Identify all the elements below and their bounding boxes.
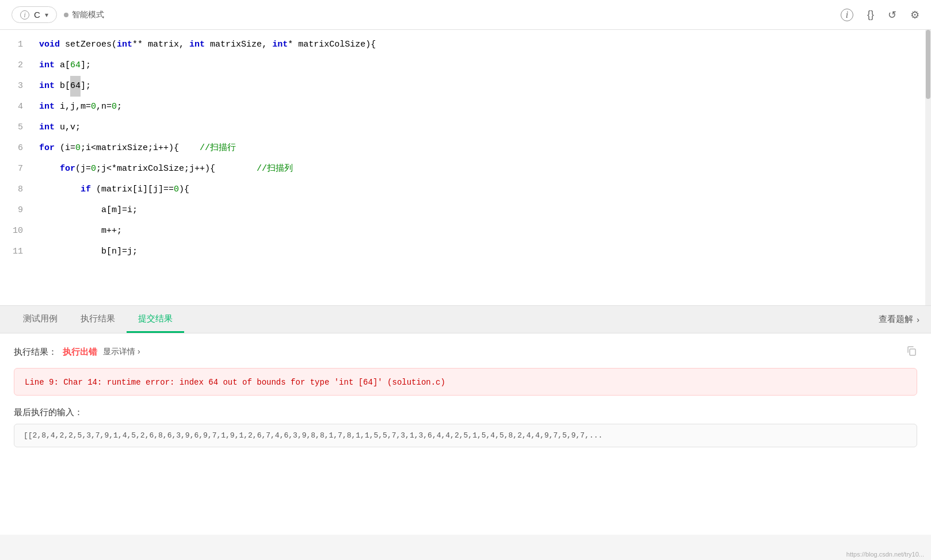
line-number: 6 bbox=[9, 138, 23, 159]
result-status: 执行出错 bbox=[63, 347, 97, 358]
line-number: 11 bbox=[9, 241, 23, 262]
code-line: int u,v; bbox=[39, 117, 922, 138]
line-number: 7 bbox=[9, 159, 23, 179]
braces-icon[interactable]: {} bbox=[867, 9, 874, 21]
tab-测试用例[interactable]: 测试用例 bbox=[12, 306, 69, 333]
last-input-box: [[2,8,4,2,2,5,3,7,9,1,4,5,2,6,8,6,3,9,6,… bbox=[14, 424, 917, 447]
code-line: for(j=0;j<*matrixColSize;j++){ //扫描列 bbox=[39, 159, 922, 179]
error-text: Line 9: Char 14: runtime error: index 64… bbox=[25, 378, 445, 387]
show-detail-button[interactable]: 显示详情 › bbox=[103, 347, 140, 357]
smart-mode-dot bbox=[64, 13, 68, 17]
code-container: 1234567891011 void setZeroes(int** matri… bbox=[0, 30, 931, 305]
chevron-down-icon: ▾ bbox=[45, 11, 48, 19]
code-line: if (matrix[i][j]==0){ bbox=[39, 179, 922, 200]
tab-提交结果[interactable]: 提交结果 bbox=[127, 306, 184, 333]
code-line: int i,j,m=0,n=0; bbox=[39, 97, 922, 117]
smart-mode-label: 智能模式 bbox=[72, 10, 104, 20]
result-header: 执行结果： 执行出错 显示详情 › bbox=[14, 345, 917, 359]
line-number: 9 bbox=[9, 200, 23, 221]
svg-rect-0 bbox=[910, 349, 915, 355]
line-number: 2 bbox=[9, 55, 23, 76]
last-input-label: 最后执行的输入： bbox=[14, 407, 917, 418]
refresh-icon[interactable]: ↺ bbox=[888, 9, 896, 21]
tab-执行结果[interactable]: 执行结果 bbox=[69, 306, 127, 333]
tabs-bar: 测试用例执行结果提交结果 查看题解 › bbox=[0, 306, 931, 333]
code-line: a[m]=i; bbox=[39, 200, 922, 221]
line-number: 8 bbox=[9, 179, 23, 200]
code-line: for (i=0;i<matrixSize;i++){ //扫描行 bbox=[39, 138, 922, 159]
result-header-label: 执行结果： bbox=[14, 347, 57, 358]
info-icon: i bbox=[20, 10, 29, 20]
line-numbers: 1234567891011 bbox=[0, 34, 30, 301]
line-number: 3 bbox=[9, 76, 23, 97]
tabs-left: 测试用例执行结果提交结果 bbox=[12, 306, 184, 333]
line-number: 5 bbox=[9, 117, 23, 138]
code-line: int b[64]; bbox=[39, 76, 922, 97]
scrollbar-track[interactable] bbox=[925, 30, 931, 305]
view-solution-label: 查看题解 bbox=[879, 314, 913, 325]
lang-label: C bbox=[34, 10, 40, 20]
code-editor[interactable]: 1234567891011 void setZeroes(int** matri… bbox=[0, 30, 931, 306]
line-number: 10 bbox=[9, 221, 23, 241]
toolbar-right: i {} ↺ ⚙ bbox=[841, 9, 919, 21]
copy-icon[interactable] bbox=[906, 345, 917, 359]
scrollbar-thumb[interactable] bbox=[926, 30, 930, 99]
code-line: m++; bbox=[39, 221, 922, 241]
lang-selector[interactable]: i C ▾ bbox=[12, 6, 57, 23]
view-solution[interactable]: 查看题解 › bbox=[879, 314, 919, 325]
line-number: 4 bbox=[9, 97, 23, 117]
smart-mode: 智能模式 bbox=[64, 10, 104, 20]
toolbar: i C ▾ 智能模式 i {} ↺ ⚙ bbox=[0, 0, 931, 30]
code-line: void setZeroes(int** matrix, int matrixS… bbox=[39, 34, 922, 55]
toolbar-left: i C ▾ 智能模式 bbox=[12, 6, 104, 23]
settings-icon[interactable]: ⚙ bbox=[910, 9, 919, 21]
code-line: b[n]=j; bbox=[39, 241, 922, 262]
footer: https://blog.csdn.net/try10... bbox=[840, 549, 931, 560]
code-line: int a[64]; bbox=[39, 55, 922, 76]
line-number: 1 bbox=[9, 34, 23, 55]
error-box: Line 9: Char 14: runtime error: index 64… bbox=[14, 368, 917, 396]
chevron-right-icon: › bbox=[917, 314, 919, 324]
result-label: 执行结果： 执行出错 显示详情 › bbox=[14, 347, 140, 358]
code-lines: void setZeroes(int** matrix, int matrixS… bbox=[30, 34, 931, 301]
results-panel: 执行结果： 执行出错 显示详情 › Line 9: Char 14: runti… bbox=[0, 333, 931, 535]
info-toolbar-icon[interactable]: i bbox=[841, 9, 853, 21]
